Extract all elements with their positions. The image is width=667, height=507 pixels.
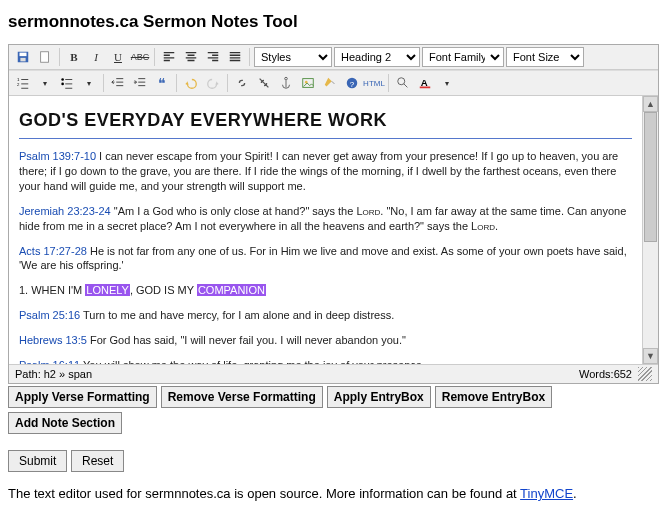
anchor-icon[interactable] (276, 73, 296, 93)
underline-icon[interactable]: U (108, 47, 128, 67)
paragraph-6: Psalm 16:11 You will show me the way of … (19, 358, 632, 364)
verse-ref: Psalm 25:16 (19, 309, 80, 321)
status-bar: Path: h2 » span Words:652 (9, 364, 658, 383)
scroll-track[interactable] (643, 112, 658, 348)
verse-ref: Jeremiah 23:23-24 (19, 205, 111, 217)
fill-line: 1. WHEN I'M LONELY, GOD IS MY COMPANION (19, 283, 632, 298)
align-center-icon[interactable] (181, 47, 201, 67)
italic-icon[interactable]: I (86, 47, 106, 67)
svg-point-6 (61, 78, 64, 81)
unordered-list-icon[interactable] (57, 73, 77, 93)
svg-text:?: ? (350, 80, 355, 89)
svg-point-13 (398, 78, 405, 85)
scroll-up-icon[interactable]: ▲ (643, 96, 658, 112)
help-icon[interactable]: ? (342, 73, 362, 93)
svg-text:2: 2 (17, 82, 20, 87)
paragraph-5: Hebrews 13:5 For God has said, "I will n… (19, 333, 632, 348)
element-path[interactable]: Path: h2 » span (15, 368, 92, 380)
redo-icon[interactable] (203, 73, 223, 93)
svg-point-7 (61, 83, 64, 86)
footer-note: The text editor used for sermnnotes.ca i… (8, 486, 659, 501)
heading-rule (19, 138, 632, 139)
verse-ref: Psalm 16:11 (19, 359, 80, 364)
outdent-icon[interactable] (108, 73, 128, 93)
page-title: sermonnotes.ca Sermon Notes Tool (8, 12, 659, 32)
align-justify-icon[interactable] (225, 47, 245, 67)
svg-text:A: A (421, 77, 428, 88)
svg-rect-3 (41, 52, 49, 63)
highlight-2: COMPANION (197, 284, 266, 296)
verse-ref: Psalm 139:7-10 (19, 150, 96, 162)
unlink-icon[interactable] (254, 73, 274, 93)
add-note-section-button[interactable]: Add Note Section (8, 412, 122, 434)
resize-grip-icon[interactable] (638, 367, 652, 381)
paragraph-3: Acts 17:27-28 He is not far from any one… (19, 244, 632, 274)
bold-icon[interactable]: B (64, 47, 84, 67)
save-icon[interactable] (13, 47, 33, 67)
remove-verse-formatting-button[interactable]: Remove Verse Formatting (161, 386, 323, 408)
toolbar-row-2: 12 ▾ ▾ ❝ ? HTML A ▾ (9, 70, 658, 96)
list-menu-icon[interactable]: ▾ (35, 73, 55, 93)
link-icon[interactable] (232, 73, 252, 93)
toolbar-row-1: B I U ABC Styles Heading 2 Font Family F… (9, 45, 658, 70)
ordered-list-icon[interactable]: 12 (13, 73, 33, 93)
format-select[interactable]: Heading 2 (334, 47, 420, 67)
find-icon[interactable] (393, 73, 413, 93)
scroll-thumb[interactable] (644, 112, 657, 242)
textcolor-icon[interactable]: A (415, 73, 435, 93)
form-buttons: Submit Reset (8, 450, 659, 472)
remove-entrybox-button[interactable]: Remove EntryBox (435, 386, 552, 408)
paragraph-4: Psalm 25:16 Turn to me and have mercy, f… (19, 308, 632, 323)
paragraph-1: Psalm 139:7-10 I can never escape from y… (19, 149, 632, 194)
editor-container: B I U ABC Styles Heading 2 Font Family F… (8, 44, 659, 384)
editor-content[interactable]: GOD'S EVERYDAY EVERYWHERE WORK Psalm 139… (9, 96, 642, 364)
verse-ref: Hebrews 13:5 (19, 334, 87, 346)
vertical-scrollbar[interactable]: ▲ ▼ (642, 96, 658, 364)
fontfamily-select[interactable]: Font Family (422, 47, 504, 67)
scroll-down-icon[interactable]: ▼ (643, 348, 658, 364)
styles-select[interactable]: Styles (254, 47, 332, 67)
newdoc-icon[interactable] (35, 47, 55, 67)
apply-verse-formatting-button[interactable]: Apply Verse Formatting (8, 386, 157, 408)
textcolor-menu-icon[interactable]: ▾ (437, 73, 457, 93)
indent-icon[interactable] (130, 73, 150, 93)
highlight-1: LONELY (85, 284, 130, 296)
submit-button[interactable]: Submit (8, 450, 67, 472)
svg-rect-1 (20, 53, 27, 57)
list-menu2-icon[interactable]: ▾ (79, 73, 99, 93)
align-left-icon[interactable] (159, 47, 179, 67)
verse-ref: Acts 17:27-28 (19, 245, 87, 257)
blockquote-icon[interactable]: ❝ (152, 73, 172, 93)
fontsize-select[interactable]: Font Size (506, 47, 584, 67)
svg-rect-2 (20, 58, 25, 62)
svg-rect-15 (420, 87, 431, 89)
undo-icon[interactable] (181, 73, 201, 93)
html-icon[interactable]: HTML (364, 73, 384, 93)
reset-button[interactable]: Reset (71, 450, 124, 472)
paragraph-2: Jeremiah 23:23-24 "Am I a God who is onl… (19, 204, 632, 234)
action-buttons: Apply Verse Formatting Remove Verse Form… (8, 386, 659, 434)
cleanup-icon[interactable] (320, 73, 340, 93)
document-heading: GOD'S EVERYDAY EVERYWHERE WORK (19, 108, 632, 132)
image-icon[interactable] (298, 73, 318, 93)
svg-point-8 (285, 77, 288, 80)
strikethrough-icon[interactable]: ABC (130, 47, 150, 67)
word-count: Words:652 (579, 368, 632, 380)
apply-entrybox-button[interactable]: Apply EntryBox (327, 386, 431, 408)
align-right-icon[interactable] (203, 47, 223, 67)
tinymce-link[interactable]: TinyMCE (520, 486, 573, 501)
